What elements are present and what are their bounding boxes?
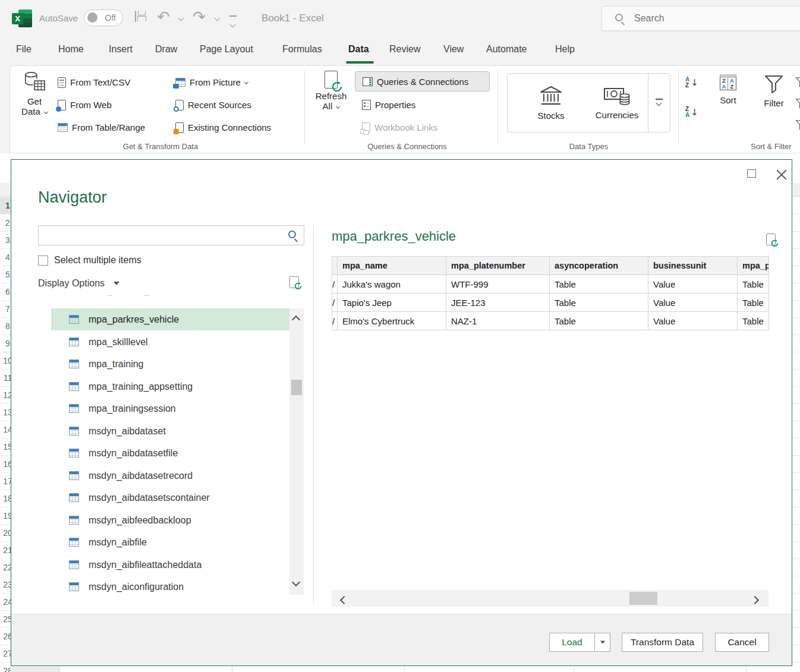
list-scrollbar[interactable]	[289, 308, 304, 595]
web-icon	[58, 100, 66, 111]
nav-item-partial-bottom[interactable]	[51, 598, 289, 604]
refresh-list-button[interactable]	[289, 276, 299, 288]
redo-icon[interactable]: ↷	[193, 8, 206, 26]
column-header-sliver	[0, 183, 11, 197]
arrow-down-icon: ↓	[691, 107, 698, 118]
filter-button[interactable]: Filter	[754, 74, 793, 108]
from-picture-button[interactable]: From Picture	[175, 74, 248, 90]
tab-data[interactable]: Data	[348, 44, 369, 55]
scroll-left-button[interactable]	[341, 595, 347, 605]
nav-item-label: msdyn_aibfile	[89, 537, 147, 548]
search-input[interactable]	[634, 10, 789, 27]
get-data-label-1: Get	[16, 96, 53, 106]
scroll-down-button[interactable]	[293, 577, 299, 588]
tab-formulas[interactable]: Formulas	[282, 44, 322, 55]
from-table-range-button[interactable]: From Table/Range	[58, 119, 145, 135]
nav-item[interactable]: msdyn_aibdatasetfile	[51, 442, 289, 464]
table-icon	[69, 582, 79, 591]
pane-separator	[313, 225, 314, 604]
chevron-down-icon	[44, 110, 48, 114]
nav-item[interactable]: mpa_training_appsetting	[51, 376, 289, 397]
search-icon	[615, 14, 623, 21]
arrow-down-icon: ↓	[691, 77, 698, 88]
clear-filter-icon[interactable]	[795, 77, 800, 87]
advanced-filter-icon[interactable]	[795, 119, 800, 130]
tab-page-layout[interactable]: Page Layout	[200, 44, 253, 55]
preview-header-row: mpa_name mpa_platenumber asyncoperation …	[332, 257, 769, 275]
data-types-more-button[interactable]	[648, 74, 670, 132]
currencies-button[interactable]: Currencies	[586, 74, 648, 132]
select-multiple-checkbox[interactable]	[38, 255, 48, 266]
clipped-column	[332, 257, 338, 275]
quick-access-more-icon[interactable]	[229, 15, 237, 29]
chevron-down-icon	[114, 282, 119, 285]
row-headers: 1234567891011121314151617181920212223242…	[0, 197, 11, 672]
scroll-up-button[interactable]	[293, 314, 299, 325]
nav-item[interactable]: msdyn_aibfile	[51, 531, 289, 553]
tab-insert[interactable]: Insert	[109, 44, 133, 55]
table-icon	[69, 493, 79, 502]
sort-ascending-button[interactable]: AZ ↓	[685, 77, 698, 89]
refresh-preview-button[interactable]	[766, 234, 776, 245]
autosave-toggle[interactable]: Off	[84, 10, 123, 26]
nav-item-label: mpa_parkres_vehicle	[89, 314, 179, 325]
row-header: 26	[0, 628, 11, 645]
tab-help[interactable]: Help	[555, 44, 575, 55]
table-icon	[69, 516, 79, 525]
reapply-filter-icon[interactable]	[795, 98, 800, 109]
tab-draw[interactable]: Draw	[155, 44, 177, 55]
close-icon	[776, 169, 788, 181]
sort-descending-button[interactable]: ZA ↓	[685, 106, 698, 118]
picture-icon	[175, 78, 185, 87]
workbook-title: Book1 - Excel	[262, 12, 324, 24]
from-web-button[interactable]: From Web	[58, 97, 112, 113]
tab-home[interactable]: Home	[58, 44, 84, 55]
transform-data-button[interactable]: Transform Data	[622, 633, 703, 652]
nav-item[interactable]: msdyn_aibfileattacheddata	[51, 554, 289, 576]
row-header: 17	[0, 473, 11, 490]
nav-item[interactable]: msdyn_aiconfiguration	[51, 576, 289, 598]
nav-item[interactable]: msdyn_aibfeedbackloop	[51, 509, 289, 531]
recent-sources-button[interactable]: Recent Sources	[175, 97, 251, 113]
table-icon	[69, 337, 79, 346]
save-icon[interactable]	[135, 11, 136, 22]
cancel-button[interactable]: Cancel	[715, 633, 769, 652]
tab-view[interactable]: View	[443, 44, 464, 55]
from-text-csv-button[interactable]: From Text/CSV	[58, 74, 130, 90]
navigator-search-input[interactable]	[38, 225, 304, 245]
nav-item-label: msdyn_aibfileattacheddata	[89, 560, 201, 570]
refresh-all-button[interactable]: Refresh All	[312, 71, 350, 111]
properties-button[interactable]: Properties	[362, 97, 415, 113]
load-button[interactable]: Load	[549, 633, 595, 652]
undo-icon[interactable]: ↶	[157, 8, 170, 26]
restore-window-button[interactable]	[747, 169, 760, 182]
display-options-dropdown[interactable]: Display Options	[38, 278, 119, 289]
stocks-button[interactable]: Stocks	[516, 74, 586, 132]
scrollbar-thumb[interactable]	[629, 592, 657, 605]
tab-review[interactable]: Review	[389, 44, 420, 55]
nav-item[interactable]: msdyn_aibdataset	[51, 420, 289, 442]
tab-file[interactable]: File	[16, 44, 32, 55]
nav-item-partial[interactable]: mpa_parkres_reservation	[51, 295, 289, 301]
scroll-right-button[interactable]	[752, 595, 758, 605]
nav-item-label: mpa_parkres_reservation	[89, 295, 196, 296]
sort-button[interactable]: ZA AZ Sort	[711, 74, 745, 105]
tab-automate[interactable]: Automate	[486, 44, 527, 55]
row-header: 6	[0, 283, 11, 301]
close-dialog-button[interactable]	[776, 169, 789, 182]
existing-connections-button[interactable]: Existing Connections	[175, 119, 271, 135]
get-data-button[interactable]: Get Data	[16, 71, 53, 116]
nav-item[interactable]: mpa_trainingsession	[51, 397, 289, 419]
table-icon	[69, 449, 79, 458]
nav-item[interactable]: msdyn_aibdatasetscontainer	[51, 487, 289, 509]
load-dropdown-button[interactable]	[594, 633, 610, 652]
queries-connections-button[interactable]: Queries & Connections	[355, 71, 490, 92]
nav-item[interactable]: msdyn_aibdatasetrecord	[51, 465, 289, 487]
scrollbar-thumb[interactable]	[291, 380, 302, 395]
nav-item[interactable]: mpa_skilllevel	[51, 331, 289, 353]
nav-item[interactable]: mpa_training	[51, 353, 289, 375]
nav-item-selected[interactable]: mpa_parkres_vehicle	[51, 308, 289, 330]
group-separator	[497, 70, 498, 144]
search-box[interactable]	[601, 6, 800, 31]
preview-hscrollbar[interactable]	[332, 590, 768, 607]
